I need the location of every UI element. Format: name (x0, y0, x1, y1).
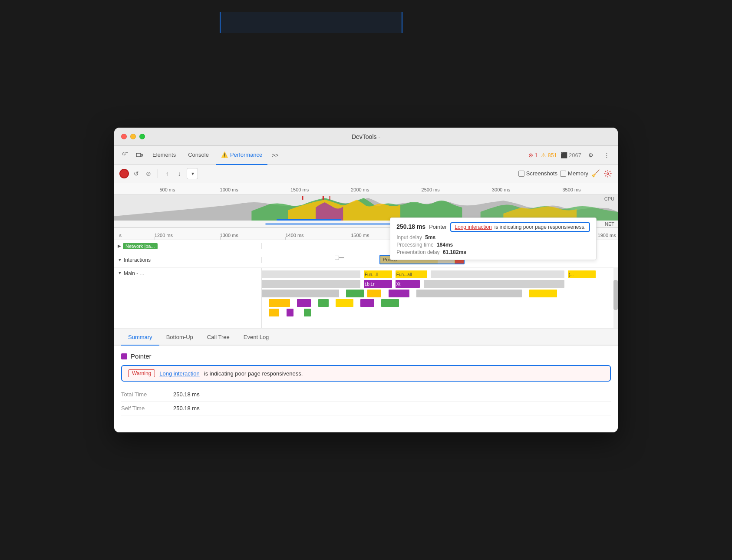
tooltip-warning-link[interactable]: Long interaction (455, 224, 491, 230)
ztick-1300: 1300 ms (220, 233, 238, 238)
warning-badge[interactable]: ⚠ 851 (541, 152, 557, 158)
pointer-color-indicator (121, 353, 127, 359)
fun-block-3[interactable]: (... (568, 270, 596, 278)
badge-group: ⊗ 1 ⚠ 851 ⬛ 2067 ⚙ ⋮ (528, 149, 613, 161)
tab-performance[interactable]: ⚠️ Performance (216, 146, 267, 165)
network-triangle[interactable]: ▶ (118, 244, 121, 248)
total-time-row: Total Time 250.18 ms (121, 388, 611, 402)
tab-call-tree[interactable]: Call Tree (200, 329, 237, 346)
tick-2000: 2000 ms (351, 187, 369, 192)
xt-block[interactable]: Xt (396, 280, 420, 288)
flame-row-2: t.b.t.r Xt (262, 279, 613, 289)
settings-icon[interactable]: ⚙ (585, 149, 597, 161)
total-time-value: 250.18 ms (173, 391, 200, 398)
maximize-button[interactable] (139, 134, 145, 139)
title-bar: DevTools - (114, 128, 618, 146)
upload-profile-button[interactable]: ↑ (162, 169, 172, 178)
record-button[interactable] (119, 169, 129, 178)
close-button[interactable] (121, 134, 127, 139)
devtools-window: DevTools - Elements Console ⚠️ Performan… (114, 128, 618, 432)
ztick-s: s (119, 233, 122, 238)
tab-bottom-up[interactable]: Bottom-Up (159, 329, 200, 346)
device-toolbar-icon[interactable] (133, 149, 145, 161)
vertical-scrollbar[interactable] (613, 268, 618, 328)
tooltip-warning-msg: is indicating poor page responsiveness. (495, 224, 586, 230)
tick-mark-2 (220, 237, 221, 240)
memory-checkbox-input[interactable] (560, 171, 566, 177)
tooltip-presentation-delay: Presentation delay 61.182ms (396, 249, 590, 255)
tab-event-log[interactable]: Event Log (237, 329, 276, 346)
scrollbar-thumb[interactable] (613, 280, 618, 310)
performance-settings-icon[interactable] (603, 169, 613, 178)
inspector-icon[interactable] (119, 149, 132, 161)
svg-rect-0 (123, 153, 125, 155)
warning-message: is indicating poor page responsiveness. (204, 370, 303, 377)
ztick-1900: 1900 ms (598, 233, 616, 238)
main-suffix: ... (140, 270, 144, 277)
memory-checkbox[interactable]: Memory (560, 170, 588, 177)
interaction-marker (336, 257, 344, 258)
clear-recording-button[interactable]: ⊘ (144, 169, 153, 178)
window-title: DevTools - (352, 133, 380, 140)
flame-row-3 (262, 289, 613, 298)
flame-row-4 (262, 298, 613, 308)
download-profile-button[interactable]: ↓ (175, 169, 184, 178)
warning-link[interactable]: Long interaction (159, 370, 200, 377)
warning-icon: ⚠️ (221, 152, 228, 158)
net-selection (265, 223, 391, 225)
timeline-ruler: 500 ms 1000 ms 1500 ms 2000 ms 2500 ms 3… (114, 182, 618, 194)
tick-1500: 1500 ms (290, 187, 309, 192)
clear-button[interactable]: 🧹 (591, 169, 600, 178)
interactions-row: ▼ Interactions Pointer (114, 252, 618, 268)
task-sub-2[interactable] (424, 280, 564, 288)
tbt-block[interactable]: t.b.t.r (364, 280, 392, 288)
tooltip-type: Pointer (429, 224, 447, 230)
info-badge[interactable]: ⬛ 2067 (561, 152, 581, 158)
warning-panel: Warning Long interaction is indicating p… (121, 365, 611, 382)
error-badge[interactable]: ⊗ 1 (528, 152, 537, 158)
screenshots-checkbox[interactable]: Screenshots (518, 170, 557, 177)
profile-dropdown[interactable]: ▾ (187, 168, 198, 179)
tab-elements[interactable]: Elements (147, 146, 181, 165)
tooltip-time: 250.18 ms (396, 223, 425, 230)
task-block-1[interactable] (262, 270, 360, 278)
cpu-label: CPU (604, 196, 614, 201)
interactions-triangle[interactable]: ▼ (118, 257, 122, 262)
interactions-label: Interactions (124, 257, 151, 263)
svg-rect-5 (302, 196, 303, 200)
cpu-chart-svg (114, 194, 618, 221)
main-triangle[interactable]: ▼ (118, 270, 122, 275)
performance-toolbar: ↺ ⊘ ↑ ↓ ▾ Screenshots Memory 🧹 (114, 165, 618, 182)
cpu-chart[interactable]: CPU (114, 194, 618, 221)
main-row: ▼ Main - ... Fun...ll Fun...all (... (114, 268, 618, 329)
tick-mark-4 (351, 237, 351, 240)
svg-rect-3 (141, 154, 142, 156)
fun-block-1[interactable]: Fun...ll (364, 270, 392, 278)
tab-console[interactable]: Console (183, 146, 214, 165)
task-block-2[interactable] (431, 270, 564, 278)
separator1 (158, 169, 158, 178)
tick-500: 500 ms (159, 187, 175, 192)
net-label: NET (605, 221, 614, 227)
summary-title: Pointer (121, 352, 611, 360)
tick-mark-3 (285, 237, 286, 240)
minimize-button[interactable] (130, 134, 136, 139)
task-sub-1[interactable] (262, 280, 360, 288)
reload-button[interactable]: ↺ (132, 169, 141, 178)
screenshots-checkbox-input[interactable] (518, 171, 524, 177)
tooltip-processing-time: Processing time 184ms (396, 242, 590, 248)
tooltip-header: 250.18 ms Pointer Long interaction is in… (396, 222, 590, 232)
fun-block-2[interactable]: Fun...all (396, 270, 427, 278)
more-tabs-button[interactable]: >> (269, 146, 281, 165)
tab-summary[interactable]: Summary (121, 329, 159, 346)
tick-2500: 2500 ms (422, 187, 440, 192)
ztick-1400: 1400 ms (285, 233, 303, 238)
tick-3000: 3000 ms (492, 187, 510, 192)
self-time-row: Self Time 250.18 ms (121, 402, 611, 415)
main-row-label: ▼ Main - ... (114, 268, 262, 328)
self-time-label: Self Time (121, 405, 173, 412)
tick-3500: 3500 ms (562, 187, 580, 192)
flame-row-1: Fun...ll Fun...all (... (262, 270, 613, 279)
more-options-icon[interactable]: ⋮ (600, 149, 613, 161)
network-row-label: ▶ Network |pa... (114, 243, 262, 249)
